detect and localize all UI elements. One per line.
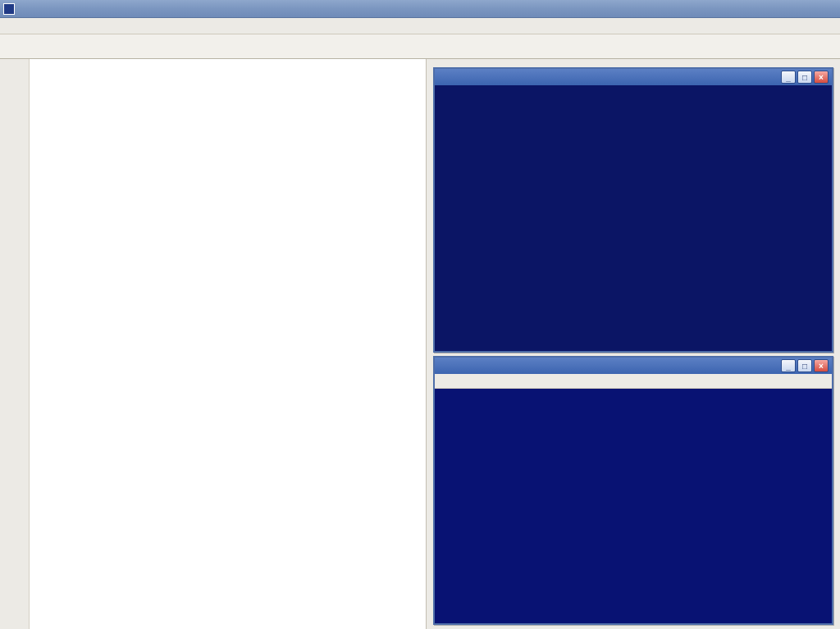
app-icon — [3, 3, 15, 15]
close-button[interactable]: × — [814, 359, 829, 372]
close-button[interactable]: × — [814, 71, 829, 84]
minimize-button[interactable]: _ — [781, 359, 796, 372]
environment-menubar — [435, 374, 832, 389]
code-editor[interactable] — [0, 59, 427, 629]
menubar — [0, 18, 840, 34]
workarea: _ □ × _ □ × — [0, 59, 840, 629]
environment-window[interactable]: _ □ × — [433, 356, 833, 625]
robot-field[interactable] — [435, 85, 832, 351]
environment-window-titlebar[interactable]: _ □ × — [435, 358, 832, 374]
robot-window-titlebar[interactable]: _ □ × — [435, 69, 832, 85]
robot-window[interactable]: _ □ × — [433, 67, 833, 353]
titlebar — [0, 0, 840, 18]
toolbar — [0, 34, 840, 59]
maximize-button[interactable]: □ — [797, 359, 812, 372]
maximize-button[interactable]: □ — [797, 71, 812, 84]
gutter — [0, 59, 30, 629]
minimize-button[interactable]: _ — [781, 71, 796, 84]
environment-field[interactable] — [435, 389, 832, 623]
code-area[interactable] — [30, 59, 426, 629]
